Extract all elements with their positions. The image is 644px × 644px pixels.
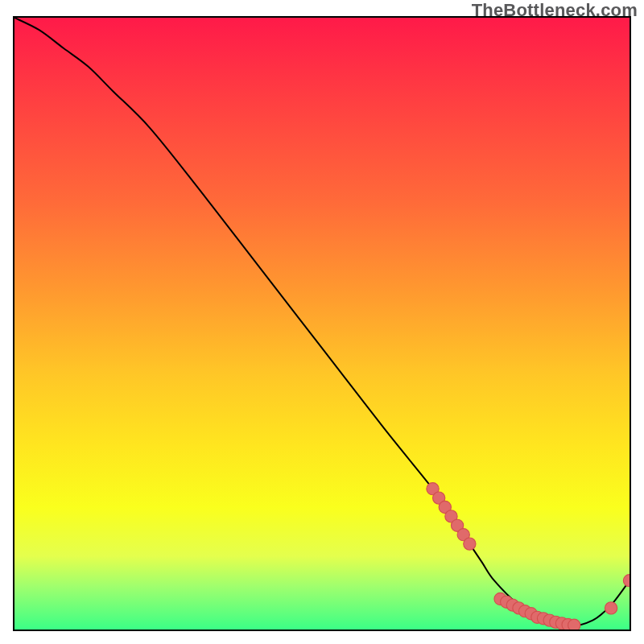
curve-line — [14, 18, 630, 626]
chart-stage: TheBottleneck.com — [0, 0, 644, 644]
curve-marker — [464, 538, 476, 550]
curve-marker — [605, 602, 617, 614]
curve-markers — [427, 483, 630, 630]
curve-marker — [568, 619, 580, 630]
chart-frame — [13, 16, 631, 631]
curve-marker — [623, 575, 630, 587]
chart-svg — [14, 18, 630, 630]
